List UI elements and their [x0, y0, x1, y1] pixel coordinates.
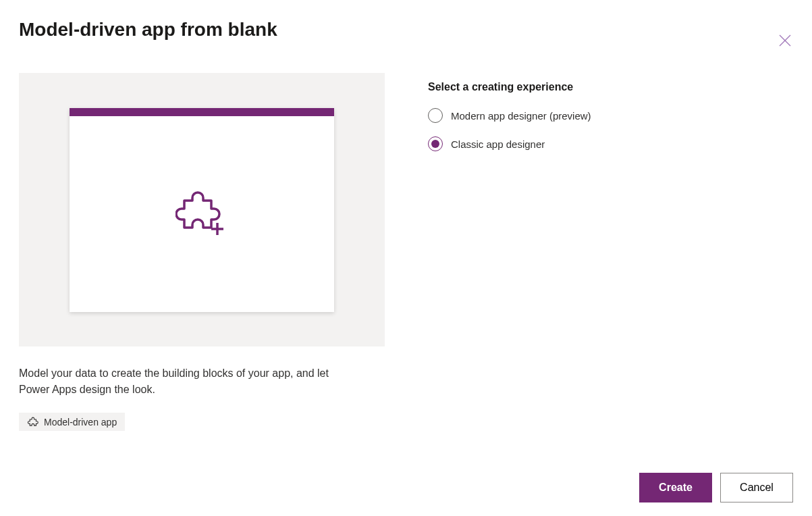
preview-tile	[19, 73, 385, 346]
radio-modern-designer[interactable]: Modern app designer (preview)	[428, 108, 793, 123]
puzzle-icon	[27, 416, 38, 428]
radio-dot	[431, 140, 439, 148]
dialog-footer: Create Cancel	[639, 473, 793, 502]
radio-label: Modern app designer (preview)	[451, 110, 591, 122]
right-column: Select a creating experience Modern app …	[428, 73, 793, 431]
app-window-titlebar	[70, 108, 334, 116]
left-column: Model your data to create the building b…	[19, 73, 385, 431]
cancel-button[interactable]: Cancel	[720, 473, 793, 502]
app-type-tag-label: Model-driven app	[44, 417, 117, 428]
puzzle-plus-icon	[175, 190, 228, 238]
dialog-title: Model-driven app from blank	[19, 19, 277, 41]
dialog: Model-driven app from blank	[0, 0, 812, 516]
close-button[interactable]	[774, 30, 796, 51]
radio-group-experience: Modern app designer (preview) Classic ap…	[428, 108, 793, 151]
dialog-description: Model your data to create the building b…	[19, 365, 356, 398]
radio-circle	[428, 108, 443, 123]
app-window-preview	[70, 108, 334, 312]
radio-classic-designer[interactable]: Classic app designer	[428, 136, 793, 151]
app-type-tag: Model-driven app	[19, 413, 125, 431]
dialog-header: Model-driven app from blank	[19, 19, 793, 51]
radio-label: Classic app designer	[451, 138, 545, 150]
close-icon	[777, 32, 793, 49]
dialog-content: Model your data to create the building b…	[19, 73, 793, 431]
app-window-body	[70, 116, 334, 312]
radio-circle-selected	[428, 136, 443, 151]
options-section-label: Select a creating experience	[428, 81, 793, 93]
create-button[interactable]: Create	[639, 473, 712, 502]
